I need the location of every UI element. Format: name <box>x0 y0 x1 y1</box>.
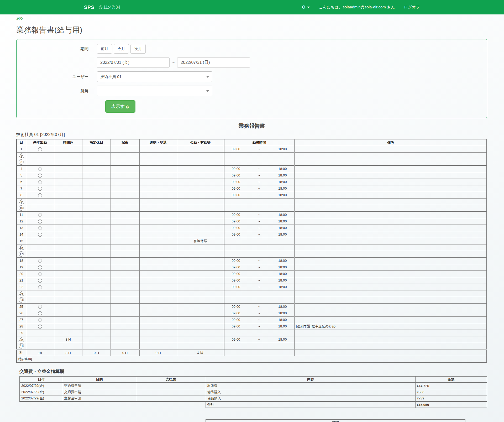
attendance-row: 22 09:00~18:00 <box>17 284 487 290</box>
day-cell: 16 <box>17 244 26 251</box>
work-start: 09:00 <box>224 147 248 151</box>
attendance-circle <box>38 259 42 263</box>
expense-purpose: 交通費申請 <box>63 389 136 395</box>
legal-holiday-cell <box>82 231 111 238</box>
remark-cell <box>295 343 487 349</box>
midnight-cell <box>111 192 139 198</box>
col-absence: 欠勤・有給等 <box>177 139 224 146</box>
total-late-early: 0 H <box>139 349 177 356</box>
this-month-button[interactable]: 今月 <box>114 44 129 54</box>
day-cell: 2 <box>17 152 26 159</box>
legal-holiday-cell <box>82 152 111 159</box>
attendance-cell <box>26 165 54 172</box>
attendance-header-row: 日 基本出勤 時間外 法定休日 深夜 遅刻・早退 欠勤・有給等 勤務時間 備考 <box>17 139 487 146</box>
attendance-row: 31 <box>17 343 487 349</box>
late-early-cell <box>139 270 177 277</box>
legal-holiday-cell <box>82 211 111 218</box>
work-time-cell: 09:00~18:00 <box>224 192 295 198</box>
prev-month-button[interactable]: 前月 <box>97 44 112 54</box>
attendance-row: 8 09:00~18:00 <box>17 192 487 198</box>
late-early-cell <box>139 165 177 172</box>
legal-holiday-cell <box>82 159 111 165</box>
overtime-cell <box>54 284 82 290</box>
col-legal-holiday: 法定休日 <box>82 139 111 146</box>
absence-cell <box>177 198 224 205</box>
midnight-cell <box>111 159 139 165</box>
overtime-cell <box>54 205 82 211</box>
attendance-circle <box>38 220 42 223</box>
remark-cell <box>295 211 487 218</box>
next-month-button[interactable]: 次月 <box>130 44 146 54</box>
remark-cell <box>295 270 487 277</box>
logoff-link[interactable]: ログオフ <box>404 5 420 10</box>
attendance-cell <box>26 185 54 192</box>
saturday-mark: 2 <box>18 153 24 159</box>
attendance-cell <box>26 205 54 211</box>
attendance-row: 12 09:00~18:00 <box>17 218 487 225</box>
overtime-cell <box>54 238 82 244</box>
expense-row: 2022/07/29(金) 交通費申請 出張費 ¥14,720 <box>20 383 487 389</box>
attendance-cell <box>26 290 54 297</box>
back-link[interactable]: 戻る <box>16 16 23 21</box>
midnight-cell <box>111 152 139 159</box>
attendance-row: 4 09:00~18:00 <box>17 165 487 172</box>
overtime-cell <box>54 165 82 172</box>
col-attendance: 基本出勤 <box>26 139 54 146</box>
expenses-table-body: 2022/07/29(金) 交通費申請 出張費 ¥14,720 2022/07/… <box>20 383 487 402</box>
work-start: 09:00 <box>224 259 248 263</box>
date-from-input[interactable] <box>97 57 170 68</box>
day-cell: 23 <box>17 290 26 297</box>
work-time-cell: 09:00~18:00 <box>224 310 295 316</box>
total-label: 計 <box>17 349 26 356</box>
remark-cell <box>295 336 487 343</box>
attendance-circle <box>38 226 42 230</box>
legal-holiday-cell <box>82 343 111 349</box>
attendance-cell <box>26 238 54 244</box>
work-time-cell: 09:00~18:00 <box>224 303 295 310</box>
work-time-tilde: ~ <box>248 186 271 190</box>
date-to-input[interactable] <box>177 57 250 68</box>
late-early-cell <box>139 244 177 251</box>
remark-cell <box>295 185 487 192</box>
expense-description: 出張費 <box>206 383 415 389</box>
clock: 11:47:34 <box>99 5 120 10</box>
settings-menu[interactable]: ⚙ <box>302 4 309 10</box>
absence-cell <box>177 159 224 165</box>
attendance-cell <box>26 297 54 303</box>
attendance-cell <box>26 146 54 152</box>
attendance-circle <box>38 279 42 283</box>
attendance-row: 13 09:00~18:00 <box>17 225 487 231</box>
attendance-row: 23 <box>17 290 487 297</box>
midnight-cell <box>111 238 139 244</box>
show-button[interactable]: 表示する <box>105 100 135 113</box>
attendance-row: 16 <box>17 244 487 251</box>
legal-holiday-cell <box>82 251 111 257</box>
user-select[interactable]: 技術社員 01 <box>97 71 212 82</box>
attendance-row: 27 09:00~18:00 <box>17 316 487 323</box>
day-cell: 31 <box>17 343 26 349</box>
overtime-cell <box>54 172 82 179</box>
remark-cell <box>295 179 487 185</box>
work-time-cell <box>224 244 295 251</box>
legal-holiday-cell <box>82 264 111 270</box>
midnight-cell <box>111 284 139 290</box>
work-end: 18:00 <box>271 318 294 322</box>
work-time-cell <box>224 238 295 244</box>
period-label: 期間 <box>22 46 97 51</box>
work-time-cell: 09:00~18:00 <box>224 231 295 238</box>
page-title: 業務報告書(給与用) <box>16 25 487 35</box>
dept-select[interactable] <box>97 86 212 96</box>
late-early-cell <box>139 238 177 244</box>
attendance-circle <box>38 174 42 178</box>
expense-row: 2022/07/29(金) 交通費申請 備品購入 ¥500 <box>20 389 487 395</box>
work-time-cell <box>224 198 295 205</box>
work-time-tilde: ~ <box>248 285 271 289</box>
attendance-cell <box>26 264 54 270</box>
late-early-cell <box>139 310 177 316</box>
work-time-cell <box>224 330 295 336</box>
work-time-tilde: ~ <box>248 193 271 197</box>
midnight-cell <box>111 198 139 205</box>
late-early-cell <box>139 277 177 284</box>
absence-cell <box>177 303 224 310</box>
remark-cell <box>295 172 487 179</box>
